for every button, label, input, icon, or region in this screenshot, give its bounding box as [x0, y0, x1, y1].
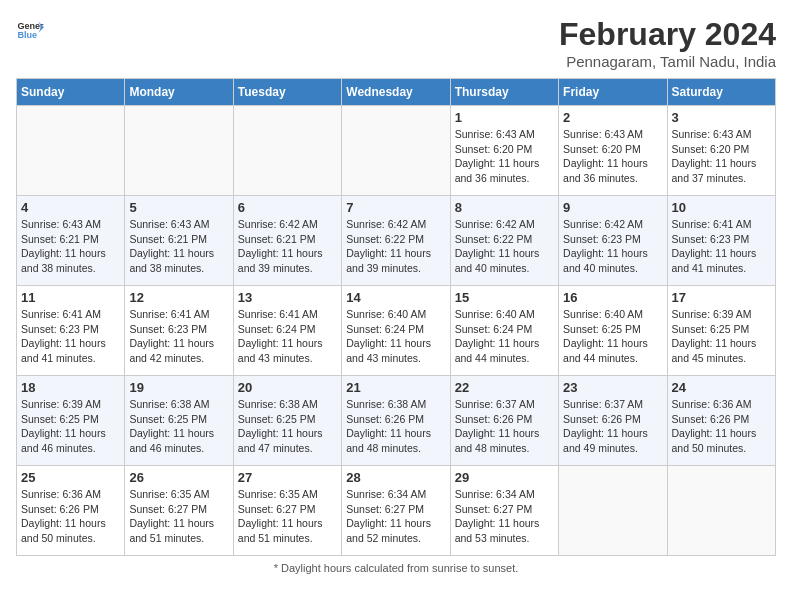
day-detail: Sunrise: 6:39 AM Sunset: 6:25 PM Dayligh… [21, 397, 120, 456]
day-number: 29 [455, 470, 554, 485]
day-number: 26 [129, 470, 228, 485]
calendar-cell: 12Sunrise: 6:41 AM Sunset: 6:23 PM Dayli… [125, 286, 233, 376]
day-detail: Sunrise: 6:40 AM Sunset: 6:25 PM Dayligh… [563, 307, 662, 366]
day-number: 24 [672, 380, 771, 395]
day-number: 21 [346, 380, 445, 395]
day-number: 8 [455, 200, 554, 215]
day-detail: Sunrise: 6:34 AM Sunset: 6:27 PM Dayligh… [346, 487, 445, 546]
day-detail: Sunrise: 6:41 AM Sunset: 6:23 PM Dayligh… [672, 217, 771, 276]
calendar-cell [125, 106, 233, 196]
calendar-cell: 25Sunrise: 6:36 AM Sunset: 6:26 PM Dayli… [17, 466, 125, 556]
calendar-cell: 18Sunrise: 6:39 AM Sunset: 6:25 PM Dayli… [17, 376, 125, 466]
day-number: 23 [563, 380, 662, 395]
day-number: 18 [21, 380, 120, 395]
day-number: 5 [129, 200, 228, 215]
calendar-cell: 24Sunrise: 6:36 AM Sunset: 6:26 PM Dayli… [667, 376, 775, 466]
svg-text:Blue: Blue [17, 30, 37, 40]
month-year-title: February 2024 [559, 16, 776, 53]
calendar-table: SundayMondayTuesdayWednesdayThursdayFrid… [16, 78, 776, 556]
calendar-cell: 21Sunrise: 6:38 AM Sunset: 6:26 PM Dayli… [342, 376, 450, 466]
day-number: 12 [129, 290, 228, 305]
day-detail: Sunrise: 6:37 AM Sunset: 6:26 PM Dayligh… [563, 397, 662, 456]
day-detail: Sunrise: 6:38 AM Sunset: 6:26 PM Dayligh… [346, 397, 445, 456]
day-detail: Sunrise: 6:37 AM Sunset: 6:26 PM Dayligh… [455, 397, 554, 456]
calendar-cell: 10Sunrise: 6:41 AM Sunset: 6:23 PM Dayli… [667, 196, 775, 286]
day-detail: Sunrise: 6:42 AM Sunset: 6:22 PM Dayligh… [346, 217, 445, 276]
calendar-day-header: Wednesday [342, 79, 450, 106]
calendar-cell: 9Sunrise: 6:42 AM Sunset: 6:23 PM Daylig… [559, 196, 667, 286]
calendar-week-row: 1Sunrise: 6:43 AM Sunset: 6:20 PM Daylig… [17, 106, 776, 196]
day-detail: Sunrise: 6:35 AM Sunset: 6:27 PM Dayligh… [238, 487, 337, 546]
day-number: 2 [563, 110, 662, 125]
day-detail: Sunrise: 6:41 AM Sunset: 6:24 PM Dayligh… [238, 307, 337, 366]
footer-text: Daylight hours [281, 562, 351, 574]
day-detail: Sunrise: 6:43 AM Sunset: 6:21 PM Dayligh… [21, 217, 120, 276]
calendar-cell: 6Sunrise: 6:42 AM Sunset: 6:21 PM Daylig… [233, 196, 341, 286]
calendar-day-header: Sunday [17, 79, 125, 106]
day-number: 19 [129, 380, 228, 395]
day-number: 16 [563, 290, 662, 305]
footer-note: * Daylight hours calculated from sunrise… [16, 562, 776, 574]
day-detail: Sunrise: 6:42 AM Sunset: 6:21 PM Dayligh… [238, 217, 337, 276]
calendar-cell: 19Sunrise: 6:38 AM Sunset: 6:25 PM Dayli… [125, 376, 233, 466]
calendar-cell: 13Sunrise: 6:41 AM Sunset: 6:24 PM Dayli… [233, 286, 341, 376]
calendar-day-header: Saturday [667, 79, 775, 106]
day-number: 7 [346, 200, 445, 215]
day-detail: Sunrise: 6:42 AM Sunset: 6:23 PM Dayligh… [563, 217, 662, 276]
calendar-cell: 8Sunrise: 6:42 AM Sunset: 6:22 PM Daylig… [450, 196, 558, 286]
day-number: 6 [238, 200, 337, 215]
day-detail: Sunrise: 6:41 AM Sunset: 6:23 PM Dayligh… [129, 307, 228, 366]
logo-icon: General Blue [16, 16, 44, 44]
calendar-cell: 14Sunrise: 6:40 AM Sunset: 6:24 PM Dayli… [342, 286, 450, 376]
day-detail: Sunrise: 6:40 AM Sunset: 6:24 PM Dayligh… [455, 307, 554, 366]
day-number: 10 [672, 200, 771, 215]
calendar-day-header: Friday [559, 79, 667, 106]
day-number: 17 [672, 290, 771, 305]
calendar-cell: 23Sunrise: 6:37 AM Sunset: 6:26 PM Dayli… [559, 376, 667, 466]
calendar-cell: 22Sunrise: 6:37 AM Sunset: 6:26 PM Dayli… [450, 376, 558, 466]
calendar-cell: 27Sunrise: 6:35 AM Sunset: 6:27 PM Dayli… [233, 466, 341, 556]
day-detail: Sunrise: 6:39 AM Sunset: 6:25 PM Dayligh… [672, 307, 771, 366]
page-header: General Blue February 2024 Pennagaram, T… [16, 16, 776, 70]
day-number: 1 [455, 110, 554, 125]
day-detail: Sunrise: 6:35 AM Sunset: 6:27 PM Dayligh… [129, 487, 228, 546]
logo: General Blue [16, 16, 44, 44]
day-number: 11 [21, 290, 120, 305]
calendar-cell: 29Sunrise: 6:34 AM Sunset: 6:27 PM Dayli… [450, 466, 558, 556]
location-subtitle: Pennagaram, Tamil Nadu, India [559, 53, 776, 70]
calendar-day-header: Tuesday [233, 79, 341, 106]
day-number: 27 [238, 470, 337, 485]
day-number: 9 [563, 200, 662, 215]
day-detail: Sunrise: 6:43 AM Sunset: 6:20 PM Dayligh… [455, 127, 554, 186]
calendar-cell: 20Sunrise: 6:38 AM Sunset: 6:25 PM Dayli… [233, 376, 341, 466]
calendar-cell: 16Sunrise: 6:40 AM Sunset: 6:25 PM Dayli… [559, 286, 667, 376]
day-detail: Sunrise: 6:38 AM Sunset: 6:25 PM Dayligh… [129, 397, 228, 456]
day-number: 28 [346, 470, 445, 485]
calendar-week-row: 18Sunrise: 6:39 AM Sunset: 6:25 PM Dayli… [17, 376, 776, 466]
day-detail: Sunrise: 6:36 AM Sunset: 6:26 PM Dayligh… [672, 397, 771, 456]
calendar-cell: 4Sunrise: 6:43 AM Sunset: 6:21 PM Daylig… [17, 196, 125, 286]
calendar-cell [233, 106, 341, 196]
calendar-cell [342, 106, 450, 196]
calendar-body: 1Sunrise: 6:43 AM Sunset: 6:20 PM Daylig… [17, 106, 776, 556]
svg-text:General: General [17, 21, 44, 31]
calendar-cell [17, 106, 125, 196]
day-detail: Sunrise: 6:38 AM Sunset: 6:25 PM Dayligh… [238, 397, 337, 456]
day-number: 4 [21, 200, 120, 215]
calendar-cell: 11Sunrise: 6:41 AM Sunset: 6:23 PM Dayli… [17, 286, 125, 376]
title-area: February 2024 Pennagaram, Tamil Nadu, In… [559, 16, 776, 70]
calendar-cell: 15Sunrise: 6:40 AM Sunset: 6:24 PM Dayli… [450, 286, 558, 376]
calendar-cell [559, 466, 667, 556]
calendar-cell: 26Sunrise: 6:35 AM Sunset: 6:27 PM Dayli… [125, 466, 233, 556]
day-number: 15 [455, 290, 554, 305]
day-number: 14 [346, 290, 445, 305]
day-number: 13 [238, 290, 337, 305]
calendar-header-row: SundayMondayTuesdayWednesdayThursdayFrid… [17, 79, 776, 106]
calendar-day-header: Monday [125, 79, 233, 106]
day-detail: Sunrise: 6:40 AM Sunset: 6:24 PM Dayligh… [346, 307, 445, 366]
day-detail: Sunrise: 6:43 AM Sunset: 6:20 PM Dayligh… [672, 127, 771, 186]
calendar-cell: 2Sunrise: 6:43 AM Sunset: 6:20 PM Daylig… [559, 106, 667, 196]
calendar-cell: 28Sunrise: 6:34 AM Sunset: 6:27 PM Dayli… [342, 466, 450, 556]
day-detail: Sunrise: 6:41 AM Sunset: 6:23 PM Dayligh… [21, 307, 120, 366]
day-detail: Sunrise: 6:42 AM Sunset: 6:22 PM Dayligh… [455, 217, 554, 276]
